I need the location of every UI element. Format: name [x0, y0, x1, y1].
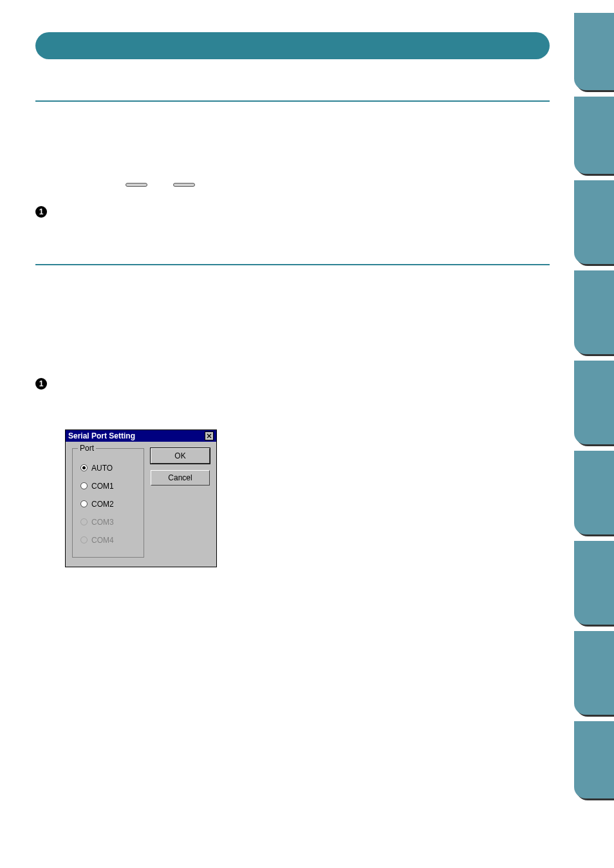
- dialog-button-column: OK Cancel: [151, 448, 210, 558]
- key-1: [126, 183, 147, 187]
- radio-com3: COM3: [80, 513, 136, 531]
- step-number-icon: 1: [35, 206, 47, 218]
- section1-step1: 1: [35, 206, 550, 218]
- section2-para1: [51, 393, 550, 419]
- side-tab-8[interactable]: [574, 631, 614, 715]
- radio-icon: [80, 500, 88, 507]
- side-tab-5[interactable]: [574, 361, 614, 444]
- section-title-bar: [35, 32, 550, 59]
- section1-para1: [51, 222, 550, 254]
- serial-port-setting-dialog: Serial Port Setting Port AUTO COM1 COM2: [65, 429, 217, 567]
- key-row: [113, 183, 550, 187]
- section2-text-area: [35, 276, 550, 372]
- side-tab-9[interactable]: [574, 721, 614, 798]
- radio-auto-label: AUTO: [91, 464, 113, 473]
- radio-com2-label: COM2: [91, 500, 114, 509]
- radio-icon: [80, 482, 88, 489]
- radio-com1-label: COM1: [91, 482, 114, 491]
- section1-text-area: [35, 112, 550, 183]
- radio-icon: [80, 518, 88, 525]
- radio-icon: [80, 536, 88, 543]
- section2-step1: 1: [35, 377, 550, 389]
- side-tab-1[interactable]: [574, 13, 614, 90]
- side-tab-2[interactable]: [574, 97, 614, 174]
- divider-1: [35, 100, 550, 102]
- cancel-button[interactable]: Cancel: [151, 470, 210, 486]
- port-groupbox: Port AUTO COM1 COM2 COM3: [72, 448, 144, 558]
- dialog-titlebar[interactable]: Serial Port Setting: [66, 430, 216, 442]
- radio-com2[interactable]: COM2: [80, 495, 136, 513]
- port-group-label: Port: [78, 444, 96, 453]
- side-tab-3[interactable]: [574, 180, 614, 264]
- key-2: [173, 183, 195, 187]
- page-content: 1 1 Serial Port Setting Port AUTO: [0, 0, 614, 593]
- radio-icon: [80, 464, 88, 471]
- close-icon[interactable]: [205, 431, 214, 440]
- side-tab-4[interactable]: [574, 270, 614, 354]
- ok-button[interactable]: OK: [151, 448, 210, 464]
- radio-com1[interactable]: COM1: [80, 477, 136, 495]
- dialog-body: Port AUTO COM1 COM2 COM3: [66, 442, 216, 567]
- side-tab-column: [574, 13, 614, 798]
- divider-2: [35, 264, 550, 265]
- step-number-icon: 1: [35, 378, 47, 390]
- dialog-title-text: Serial Port Setting: [68, 431, 135, 440]
- radio-com3-label: COM3: [91, 518, 114, 527]
- radio-com4-label: COM4: [91, 536, 114, 545]
- radio-auto[interactable]: AUTO: [80, 459, 136, 477]
- side-tab-7[interactable]: [574, 541, 614, 625]
- radio-com4: COM4: [80, 531, 136, 549]
- side-tab-6[interactable]: [574, 451, 614, 534]
